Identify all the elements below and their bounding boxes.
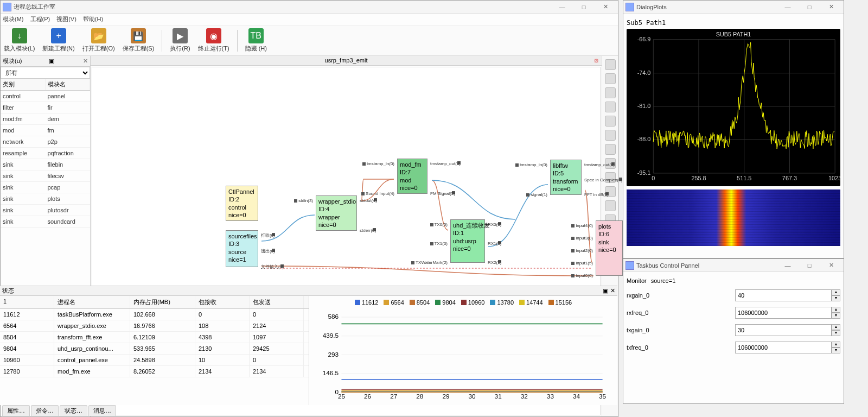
module-row[interactable]: sinkfilebin: [1, 159, 90, 170]
process-row[interactable]: 12780mod_fm.exe8.2605221342134: [0, 366, 309, 377]
side-undock-icon[interactable]: ▣: [49, 58, 54, 65]
param-input-txfreq_0[interactable]: [735, 342, 832, 353]
block-mod[interactable]: mod_fmID:7modnice=0tmstamp_in(0)Sound In…: [397, 159, 427, 194]
toolbar-button[interactable]: ◉终止运行(T): [198, 28, 229, 53]
refresh-icon[interactable]: [605, 102, 616, 112]
status-close-icon[interactable]: ✕: [610, 287, 615, 294]
block-port[interactable]: signal(1): [526, 192, 547, 198]
module-row[interactable]: networkp2p: [1, 136, 90, 148]
dlg-close-button[interactable]: ✕: [821, 2, 841, 12]
block-port[interactable]: tmstamp_out(0): [584, 162, 615, 168]
bottom-tab[interactable]: 状态…: [60, 405, 87, 416]
paste-icon[interactable]: [605, 130, 616, 141]
block-port[interactable]: Sound Input(4): [361, 191, 394, 197]
process-row[interactable]: 8504transform_fft.exe6.1210943981097: [0, 332, 309, 343]
toolbar-button[interactable]: ↓载入模块(L): [4, 28, 35, 53]
dlg-minimize-button[interactable]: —: [777, 2, 798, 12]
block-port[interactable]: FFT in dB(5): [584, 192, 609, 198]
status-undock-icon[interactable]: ▣: [603, 287, 608, 294]
process-row[interactable]: 10960control_pannel.exe24.5898100: [0, 355, 309, 366]
module-row[interactable]: sinksoundcard: [1, 216, 90, 228]
spin-up-icon[interactable]: ▲: [832, 289, 840, 295]
spin-up-icon[interactable]: ▲: [832, 324, 840, 330]
module-row[interactable]: filterfir: [1, 102, 90, 113]
block-port[interactable]: input3(0): [571, 236, 593, 241]
side-close-icon[interactable]: ✕: [83, 58, 88, 65]
block-sourcefiles[interactable]: sourcefilesID:3sourcenice=1打歌(0)遗出(0)文件输…: [226, 230, 258, 267]
process-row[interactable]: 11612taskBusPlatform.exe102.66800: [0, 309, 309, 320]
menu-item[interactable]: 工程(P): [30, 15, 50, 23]
block-port[interactable]: input2(0): [571, 248, 593, 254]
minimize-button[interactable]: —: [552, 2, 572, 12]
document-tab[interactable]: usrp_fmp3_emit ⦻: [91, 56, 602, 66]
block-port[interactable]: TX0(5): [430, 222, 448, 228]
zoom-in-icon[interactable]: [605, 59, 616, 70]
block-port[interactable]: stdout(4): [360, 198, 377, 204]
bottom-tab[interactable]: 属性…: [2, 405, 30, 416]
zoom-out-icon[interactable]: [605, 73, 616, 84]
block-port[interactable]: stdin(3): [294, 198, 313, 204]
toolbar-button[interactable]: 💾保存工程(S): [123, 28, 155, 53]
block-port[interactable]: stderr(0): [360, 228, 376, 233]
block-fft[interactable]: libfftwID:5transformnice=0tmstamp_in(0)s…: [550, 160, 582, 195]
param-input-rxgain_0[interactable]: [735, 289, 832, 301]
block-plots[interactable]: plotsID:6sinknice=0input4(0)input3(0)inp…: [596, 220, 623, 276]
block-port[interactable]: tmstamp_out(0): [430, 161, 461, 167]
menu-item[interactable]: 视图(V): [56, 15, 76, 23]
spin-down-icon[interactable]: ▼: [832, 348, 840, 353]
ctl-close-button[interactable]: ✕: [821, 260, 841, 271]
maximize-button[interactable]: □: [573, 2, 594, 12]
module-row[interactable]: sinkplutosdr: [1, 205, 90, 216]
module-row[interactable]: resamplepqfraction: [1, 148, 90, 159]
doc-close-icon[interactable]: ⦻: [593, 57, 599, 64]
module-row[interactable]: modfm: [1, 125, 90, 136]
param-input-rxfreq_0[interactable]: [735, 307, 832, 319]
close-button[interactable]: ✕: [595, 2, 616, 12]
block-port[interactable]: input1(5): [571, 261, 593, 266]
block-port[interactable]: 遗出(0): [261, 249, 275, 254]
spectrum-plot[interactable]: -95.1-88.0-81.0-74.0-66.90255.8511.5767.…: [627, 29, 840, 186]
bottom-tab[interactable]: 消息…: [88, 405, 116, 416]
spin-up-icon[interactable]: ▲: [832, 342, 840, 348]
block-port[interactable]: FM Signal(5): [430, 191, 455, 197]
toolbar-button[interactable]: +新建工程(N): [42, 28, 74, 53]
module-filter-select[interactable]: 所有: [1, 67, 90, 79]
block-port[interactable]: RX2(1): [488, 260, 501, 266]
block-ctlpannel[interactable]: CtlPannelID:2controlnice=0: [226, 186, 258, 221]
module-row[interactable]: sinkfilecsv: [1, 170, 90, 182]
block-port[interactable]: input0(0): [571, 273, 593, 279]
spin-down-icon[interactable]: ▼: [832, 330, 840, 336]
module-row[interactable]: controlpannel: [1, 91, 90, 102]
spin-up-icon[interactable]: ▲: [832, 307, 840, 313]
menu-item[interactable]: 帮助(H): [83, 15, 103, 23]
spin-down-icon[interactable]: ▼: [832, 313, 840, 319]
toolbar-button[interactable]: TB隐藏 (H): [245, 28, 267, 53]
module-row[interactable]: sinkpcap: [1, 182, 90, 193]
block-port[interactable]: TXWaterMark(2): [411, 260, 448, 266]
block-wrapper[interactable]: wrapper_stdioID:4wrappernice=0stdin(3)st…: [316, 195, 357, 231]
block-port[interactable]: Spec in Complex(0): [584, 178, 622, 183]
param-input-txgain_0[interactable]: [735, 324, 832, 336]
process-row[interactable]: 9804uhd_usrp_continou...533.965213029425: [0, 343, 309, 355]
waterfall-plot[interactable]: [627, 189, 840, 246]
block-port[interactable]: RX0(0): [488, 222, 501, 228]
bottom-tab[interactable]: 指令…: [31, 405, 59, 416]
menu-item[interactable]: 模块(M): [3, 15, 24, 23]
module-row[interactable]: mod:fmdem: [1, 113, 90, 125]
block-port[interactable]: 打歌(0): [261, 233, 275, 238]
block-port[interactable]: tmstamp_in(0): [362, 161, 394, 167]
ctl-maximize-button[interactable]: □: [799, 260, 820, 271]
block-usrp[interactable]: uhd_连续收发ID:1uhd:usrpnice=0TX0(5)TX1(0)TX…: [450, 219, 485, 263]
block-port[interactable]: input4(0): [571, 223, 593, 229]
fit-icon[interactable]: [605, 87, 616, 98]
process-row[interactable]: 6564wrapper_stdio.exe16.97661082124: [0, 320, 309, 332]
toolbar-button[interactable]: 📂打开工程(O): [82, 28, 115, 53]
toolbar-button[interactable]: ▶执行(R): [170, 28, 190, 53]
block-port[interactable]: RX1(0): [488, 241, 501, 247]
dlg-maximize-button[interactable]: □: [799, 2, 820, 12]
process-table[interactable]: 1进程名内存占用(MB)包接收包发送 11612taskBusPlatform.…: [0, 296, 309, 405]
select-icon[interactable]: [605, 200, 616, 211]
ctl-minimize-button[interactable]: —: [777, 260, 798, 271]
module-row[interactable]: sinkplots: [1, 193, 90, 205]
spin-down-icon[interactable]: ▼: [832, 295, 840, 301]
